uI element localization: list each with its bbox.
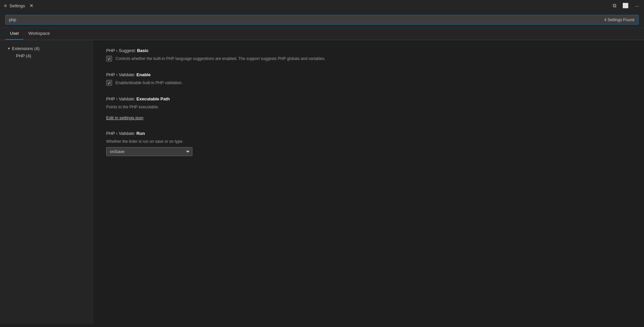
- tab-workspace[interactable]: Workspace: [24, 28, 54, 40]
- edit-in-settings-json-link[interactable]: Edit in settings.json: [106, 115, 143, 120]
- tab-user[interactable]: User: [5, 28, 24, 40]
- search-input[interactable]: [6, 15, 600, 24]
- checkbox-php-validate-enable[interactable]: ✓: [106, 80, 112, 86]
- search-bar: 4 Settings Found: [0, 12, 644, 28]
- settings-content: PHP › Suggest: Basic ✓ Controls whether …: [93, 40, 644, 324]
- php-validate-run-select[interactable]: onSave onType: [106, 147, 192, 156]
- sidebar-group-extensions-label: Extensions (4): [12, 46, 39, 51]
- checkbox-row-php-validate-enable: ✓ Enable/disable built-in PHP validation…: [106, 80, 631, 86]
- setting-title-php-validate-run: PHP › Validate: Run: [106, 131, 631, 136]
- split-editor-icon[interactable]: ⬜: [621, 2, 630, 10]
- setting-php-validate-run: PHP › Validate: Run Whether the linter i…: [106, 131, 631, 156]
- search-results-count: 4 Settings Found: [600, 16, 638, 24]
- more-actions-icon[interactable]: ···: [634, 2, 640, 10]
- setting-description-php-validate-run: Whether the linter is run on save or on …: [106, 138, 631, 144]
- setting-title-php-validate-enable: PHP › Validate: Enable: [106, 72, 631, 77]
- tabs-bar: User Workspace: [0, 28, 644, 40]
- sidebar-group-extensions[interactable]: ▾ Extensions (4): [5, 45, 87, 52]
- open-settings-json-icon[interactable]: ⧉: [612, 2, 617, 10]
- menu-icon[interactable]: ≡: [4, 3, 7, 8]
- checkbox-row-php-suggest-basic: ✓ Controls whether the built-in PHP lang…: [106, 56, 631, 62]
- title-bar-title: Settings: [9, 3, 25, 8]
- checkbox-label-php-suggest-basic: Controls whether the built-in PHP langua…: [115, 56, 325, 61]
- checkmark-icon: ✓: [107, 57, 111, 61]
- close-tab-button[interactable]: ✕: [28, 2, 36, 9]
- chevron-down-icon: ▾: [8, 46, 10, 51]
- title-bar-left: ≡ Settings ✕: [4, 2, 609, 9]
- select-row-php-validate-run: onSave onType: [106, 147, 631, 156]
- setting-php-validate-enable: PHP › Validate: Enable ✓ Enable/disable …: [106, 72, 631, 86]
- title-bar: ≡ Settings ✕ ⧉ ⬜ ···: [0, 0, 644, 12]
- checkbox-php-suggest-basic[interactable]: ✓: [106, 56, 112, 62]
- sidebar-section-extensions: ▾ Extensions (4) PHP (4): [0, 43, 93, 61]
- setting-title-php-validate-executable-path: PHP › Validate: Executable Path: [106, 96, 631, 101]
- checkbox-label-php-validate-enable: Enable/disable built-in PHP validation.: [115, 81, 183, 85]
- setting-title-php-suggest-basic: PHP › Suggest: Basic: [106, 48, 631, 53]
- setting-description-php-validate-executable-path: Points to the PHP executable.: [106, 104, 631, 110]
- setting-php-validate-executable-path: PHP › Validate: Executable Path Points t…: [106, 96, 631, 120]
- setting-php-suggest-basic: PHP › Suggest: Basic ✓ Controls whether …: [106, 48, 631, 62]
- main-layout: ▾ Extensions (4) PHP (4) PHP › Suggest: …: [0, 40, 644, 324]
- search-container: 4 Settings Found: [5, 15, 639, 25]
- title-bar-right: ⧉ ⬜ ···: [612, 2, 640, 10]
- sidebar: ▾ Extensions (4) PHP (4): [0, 40, 93, 324]
- sidebar-item-php[interactable]: PHP (4): [5, 52, 87, 59]
- checkmark-icon: ✓: [107, 81, 111, 85]
